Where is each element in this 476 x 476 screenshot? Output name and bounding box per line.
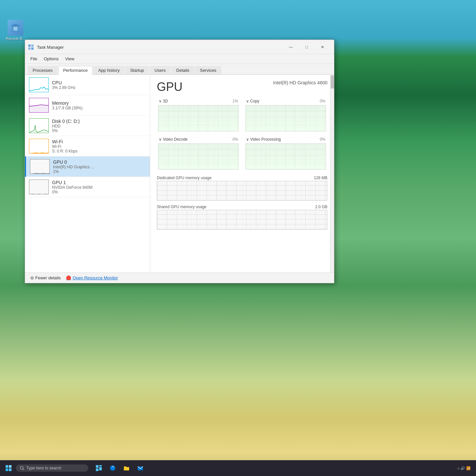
chart-3d-value: 1%: [233, 99, 238, 103]
taskbar-search[interactable]: Type here to search: [16, 464, 88, 472]
gpu-subtitle: Intel(R) HD Graphics 4600: [273, 80, 327, 85]
shared-memory-label: Shared GPU memory usage: [157, 205, 207, 209]
chart-vdecode-label: ∨ Video Decode 0%: [157, 136, 240, 143]
chart-3d-label: ∨ 3D 1%: [157, 98, 240, 104]
bottom-bar: ⊖ Fewer details 🔴 Open Resource Monitor: [25, 272, 334, 283]
tab-startup[interactable]: Startup: [125, 66, 149, 74]
tab-details[interactable]: Details: [171, 66, 194, 74]
taskbar-icon-widgets[interactable]: [92, 462, 105, 475]
cpu-info: CPU 3% 2.89 GHz: [52, 80, 75, 90]
memory-mini-graph: [29, 98, 49, 113]
chart-vproc-label-text: ∨ Video Processing: [246, 137, 281, 142]
chart-copy-label-text: ∨ Copy: [246, 99, 259, 103]
disk-mini-graph: [29, 118, 49, 133]
svg-rect-26: [96, 468, 98, 471]
menu-view[interactable]: View: [63, 55, 77, 62]
gpu0-info: GPU 0 Intel(R) HD Graphics ... 1%: [53, 159, 94, 174]
svg-rect-15: [157, 181, 327, 201]
taskbar-icon-explorer[interactable]: [120, 462, 133, 475]
svg-rect-19: [6, 468, 8, 471]
close-button[interactable]: ✕: [315, 42, 330, 52]
taskbar: Type here to search: [0, 460, 476, 476]
search-placeholder: Type here to search: [26, 466, 61, 470]
sidebar: CPU 3% 2.89 GHz Memory 3.1/7.9 GB (39%): [25, 75, 150, 272]
gpu-title: GPU: [157, 80, 182, 94]
start-button[interactable]: [3, 462, 14, 474]
sidebar-item-cpu[interactable]: CPU 3% 2.89 GHz: [25, 75, 150, 95]
task-manager-window: Task Manager — □ ✕ File Options View Pro…: [25, 40, 334, 283]
tab-performance[interactable]: Performance: [58, 66, 93, 75]
wifi-name: Wi-Fi: [52, 139, 77, 144]
recycle-bin-icon[interactable]: Recycle B...: [6, 20, 25, 41]
wifi-mini-graph: [29, 139, 49, 154]
chart-copy-label: ∨ Copy 0%: [244, 98, 327, 104]
chart-3d-area: [158, 105, 239, 131]
sidebar-item-gpu1[interactable]: GPU 1 NVIDIA GeForce 840M 0%: [25, 177, 150, 197]
tab-services[interactable]: Services: [195, 66, 221, 74]
shared-memory-section: Shared GPU memory usage 2.0 GB: [157, 205, 327, 230]
cpu-mini-graph: [29, 77, 49, 92]
dedicated-memory-value: 128 MB: [314, 176, 327, 180]
fewer-details-icon: ⊖: [30, 275, 34, 280]
scroll-thumb[interactable]: [331, 75, 334, 89]
gpu0-detail2: 1%: [53, 169, 94, 174]
memory-info: Memory 3.1/7.9 GB (39%): [52, 100, 83, 110]
svg-rect-24: [99, 465, 102, 466]
cpu-name: CPU: [52, 80, 75, 85]
shared-memory-bar: [157, 210, 327, 230]
chart-vproc-area: [245, 143, 326, 170]
dedicated-memory-section: Dedicated GPU memory usage 128 MB: [157, 176, 327, 201]
fewer-details-button[interactable]: ⊖ Fewer details: [30, 275, 61, 280]
maximize-button[interactable]: □: [299, 42, 314, 52]
chart-vproc-label: ∨ Video Processing 0%: [244, 136, 327, 143]
svg-rect-18: [9, 465, 12, 468]
gpu1-mini-graph: [29, 180, 49, 194]
chart-vdecode-value: 0%: [233, 137, 238, 142]
chart-video-processing: ∨ Video Processing 0%: [244, 136, 327, 171]
disk-name: Disk 0 (C: D:): [52, 119, 80, 124]
taskbar-icon-edge[interactable]: [106, 462, 119, 475]
sidebar-item-wifi[interactable]: Wi-Fi Wi-Fi S: 0 R: 0 Kbps: [25, 136, 150, 156]
gpu0-detail1: Intel(R) HD Graphics ...: [53, 165, 94, 169]
taskbar-pinned-icons: [92, 462, 147, 475]
svg-rect-12: [246, 105, 326, 131]
sidebar-item-disk[interactable]: Disk 0 (C: D:) HDD 5%: [25, 116, 150, 136]
main-content: CPU 3% 2.89 GHz Memory 3.1/7.9 GB (39%): [25, 75, 334, 272]
shared-memory-header: Shared GPU memory usage 2.0 GB: [157, 205, 327, 209]
tab-processes[interactable]: Processes: [28, 66, 58, 74]
chart-vproc-value: 0%: [320, 137, 325, 142]
gpu0-name: GPU 0: [53, 159, 94, 165]
svg-rect-23: [96, 465, 98, 468]
sidebar-item-gpu0[interactable]: GPU 0 Intel(R) HD Graphics ... 1%: [25, 156, 150, 177]
right-panel: GPU Intel(R) HD Graphics 4600 ∨ 3D 1%: [150, 75, 334, 272]
dedicated-memory-header: Dedicated GPU memory usage 128 MB: [157, 176, 327, 180]
resource-monitor-icon: 🔴: [66, 275, 71, 280]
menu-options[interactable]: Options: [41, 55, 61, 62]
chart-vdecode-label-text: ∨ Video Decode: [159, 137, 188, 142]
chart-copy: ∨ Copy 0%: [244, 98, 327, 133]
open-resource-monitor-label: Open Resource Monitor: [72, 275, 118, 280]
gpu1-info: GPU 1 NVIDIA GeForce 840M 0%: [52, 180, 93, 194]
svg-rect-7: [31, 44, 34, 47]
svg-rect-13: [158, 144, 238, 170]
chart-copy-area: [245, 105, 326, 131]
tab-users[interactable]: Users: [150, 66, 171, 74]
menu-file[interactable]: File: [28, 55, 40, 62]
chart-copy-value: 0%: [320, 99, 325, 103]
gpu0-mini-graph: [30, 159, 50, 174]
open-resource-monitor-button[interactable]: 🔴 Open Resource Monitor: [66, 275, 118, 280]
window-controls: — □ ✕: [283, 42, 330, 52]
taskbar-icon-mail[interactable]: [134, 462, 147, 475]
svg-rect-14: [246, 144, 326, 170]
fewer-details-label: Fewer details: [35, 275, 61, 280]
svg-rect-11: [158, 105, 238, 131]
gpu1-name: GPU 1: [52, 180, 93, 185]
chart-3d-label-text: ∨ 3D: [159, 99, 168, 103]
disk-detail2: 5%: [52, 128, 80, 133]
taskbar-right: ⌂ 🔊 📶: [455, 466, 473, 470]
sidebar-item-memory[interactable]: Memory 3.1/7.9 GB (39%): [25, 95, 150, 116]
scroll-indicator[interactable]: [330, 75, 334, 272]
svg-rect-20: [9, 468, 12, 471]
tab-app-history[interactable]: App history: [93, 66, 125, 74]
minimize-button[interactable]: —: [283, 42, 298, 52]
